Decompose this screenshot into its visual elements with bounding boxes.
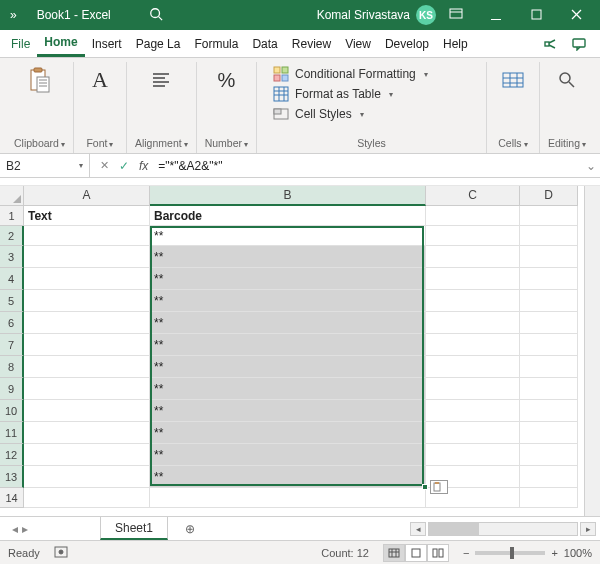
cell-D2[interactable] xyxy=(520,226,578,246)
cancel-formula-icon[interactable]: ✕ xyxy=(100,159,109,172)
chevron-down-icon[interactable]: ▾ xyxy=(184,140,188,149)
cell-D11[interactable] xyxy=(520,422,578,444)
cell-D3[interactable] xyxy=(520,246,578,268)
page-break-view-button[interactable] xyxy=(427,544,449,562)
cell-A1[interactable]: Text xyxy=(24,206,150,226)
cell-B8[interactable]: ** xyxy=(150,356,426,378)
cell-A7[interactable] xyxy=(24,334,150,356)
chevron-down-icon[interactable]: ▾ xyxy=(109,140,113,149)
paste-options-icon[interactable] xyxy=(430,480,448,494)
horizontal-scrollbar[interactable] xyxy=(428,522,578,536)
cell-C9[interactable] xyxy=(426,378,520,400)
cell-A10[interactable] xyxy=(24,400,150,422)
fx-icon[interactable]: fx xyxy=(139,159,148,173)
row-header-9[interactable]: 9 xyxy=(0,378,24,400)
select-all-triangle[interactable] xyxy=(0,186,24,206)
column-header-D[interactable]: D xyxy=(520,186,578,206)
row-header-5[interactable]: 5 xyxy=(0,290,24,312)
cell-C10[interactable] xyxy=(426,400,520,422)
cell-D10[interactable] xyxy=(520,400,578,422)
tab-file[interactable]: File xyxy=(4,30,37,57)
cell-C12[interactable] xyxy=(426,444,520,466)
cell-C4[interactable] xyxy=(426,268,520,290)
row-header-3[interactable]: 3 xyxy=(0,246,24,268)
cell-B11[interactable]: ** xyxy=(150,422,426,444)
cell-C11[interactable] xyxy=(426,422,520,444)
cell-B13[interactable]: ** xyxy=(150,466,426,488)
cell-B14[interactable] xyxy=(150,488,426,508)
page-layout-view-button[interactable] xyxy=(405,544,427,562)
tab-help[interactable]: Help xyxy=(436,30,475,57)
cell-C2[interactable] xyxy=(426,226,520,246)
editing-button[interactable] xyxy=(549,64,585,96)
cell-D9[interactable] xyxy=(520,378,578,400)
hscroll-right[interactable]: ▸ xyxy=(580,522,596,536)
cell-A6[interactable] xyxy=(24,312,150,334)
zoom-control[interactable]: − + 100% xyxy=(463,547,592,559)
cell-A4[interactable] xyxy=(24,268,150,290)
minimize-button[interactable] xyxy=(476,8,516,23)
row-header-1[interactable]: 1 xyxy=(0,206,24,226)
user-account[interactable]: Komal Srivastava KS xyxy=(317,5,436,25)
tab-formulas[interactable]: Formula xyxy=(187,30,245,57)
cell-B4[interactable]: ** xyxy=(150,268,426,290)
cell-D13[interactable] xyxy=(520,466,578,488)
paste-button[interactable] xyxy=(21,64,57,96)
cell-B12[interactable]: ** xyxy=(150,444,426,466)
zoom-slider[interactable] xyxy=(475,551,545,555)
cell-B2[interactable]: ** xyxy=(150,226,426,246)
cell-D8[interactable] xyxy=(520,356,578,378)
formula-bar[interactable]: ="*"&A2&"*" xyxy=(158,159,222,173)
comments-button[interactable] xyxy=(568,33,590,55)
chevron-down-icon[interactable]: ▾ xyxy=(524,140,528,149)
tab-insert[interactable]: Insert xyxy=(85,30,129,57)
quick-access-more-icon[interactable]: » xyxy=(4,8,23,22)
tab-home[interactable]: Home xyxy=(37,30,84,57)
row-header-8[interactable]: 8 xyxy=(0,356,24,378)
cell-A11[interactable] xyxy=(24,422,150,444)
vertical-scrollbar[interactable] xyxy=(584,186,600,516)
tab-developer[interactable]: Develop xyxy=(378,30,436,57)
share-button[interactable] xyxy=(540,33,562,55)
cell-C6[interactable] xyxy=(426,312,520,334)
conditional-formatting-button[interactable]: Conditional Formatting ▾ xyxy=(269,64,432,84)
normal-view-button[interactable] xyxy=(383,544,405,562)
tab-page-layout[interactable]: Page La xyxy=(129,30,188,57)
cell-B1[interactable]: Barcode xyxy=(150,206,426,226)
cell-B5[interactable]: ** xyxy=(150,290,426,312)
cell-styles-button[interactable]: Cell Styles ▾ xyxy=(269,104,368,124)
cell-A14[interactable] xyxy=(24,488,150,508)
tab-data[interactable]: Data xyxy=(245,30,284,57)
row-header-7[interactable]: 7 xyxy=(0,334,24,356)
cell-A3[interactable] xyxy=(24,246,150,268)
column-header-A[interactable]: A xyxy=(24,186,150,206)
format-as-table-button[interactable]: Format as Table ▾ xyxy=(269,84,397,104)
chevron-down-icon[interactable]: ▾ xyxy=(244,140,248,149)
cell-D5[interactable] xyxy=(520,290,578,312)
sheet-nav[interactable]: ◂▸ xyxy=(0,522,40,536)
number-button[interactable]: % xyxy=(208,64,244,96)
tab-view[interactable]: View xyxy=(338,30,378,57)
cell-B9[interactable]: ** xyxy=(150,378,426,400)
row-header-13[interactable]: 13 xyxy=(0,466,24,488)
maximize-button[interactable] xyxy=(516,8,556,23)
cell-C8[interactable] xyxy=(426,356,520,378)
cell-A8[interactable] xyxy=(24,356,150,378)
cell-D12[interactable] xyxy=(520,444,578,466)
macro-record-icon[interactable] xyxy=(54,545,68,561)
sheet-tab-active[interactable]: Sheet1 xyxy=(100,517,168,540)
cell-B6[interactable]: ** xyxy=(150,312,426,334)
zoom-out-button[interactable]: − xyxy=(463,547,469,559)
name-box[interactable]: B2 ▾ xyxy=(0,154,90,177)
cell-C1[interactable] xyxy=(426,206,520,226)
alignment-button[interactable] xyxy=(143,64,179,96)
cell-C3[interactable] xyxy=(426,246,520,268)
search-icon[interactable] xyxy=(149,7,163,24)
expand-formula-bar[interactable]: ⌄ xyxy=(582,159,600,173)
row-header-12[interactable]: 12 xyxy=(0,444,24,466)
column-header-B[interactable]: B xyxy=(150,186,426,206)
cell-C7[interactable] xyxy=(426,334,520,356)
row-header-6[interactable]: 6 xyxy=(0,312,24,334)
row-header-4[interactable]: 4 xyxy=(0,268,24,290)
cell-D14[interactable] xyxy=(520,488,578,508)
